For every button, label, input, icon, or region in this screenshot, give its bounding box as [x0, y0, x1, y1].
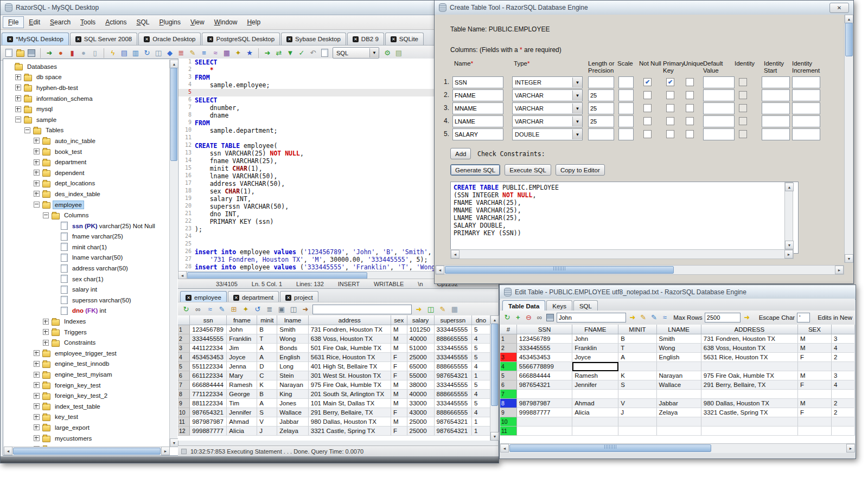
table-row[interactable]: 6661122334MaryCStein301 West St. Houston… [178, 371, 490, 380]
cell[interactable]: 999887777 [516, 408, 572, 417]
tree-hscroll-thumb[interactable] [13, 448, 161, 455]
cell[interactable]: A [257, 353, 277, 362]
disconnect-icon[interactable]: ▮ [67, 48, 77, 58]
tree-expander-icon[interactable] [34, 159, 40, 165]
list-view-icon[interactable]: ▤ [394, 48, 404, 58]
tree-expander-icon[interactable] [43, 340, 49, 346]
cell[interactable]: 333445555 [190, 334, 227, 344]
primary-key-checkbox[interactable] [666, 130, 674, 138]
tree-item-employee[interactable]: employee [4, 199, 170, 210]
tree-item-indexes[interactable]: Indexes [4, 316, 170, 327]
cell[interactable]: 1 [471, 417, 490, 427]
tab-close-icon[interactable]: ✕ [186, 295, 192, 301]
connection-tab-sqlite[interactable]: ✕SQLite [385, 33, 424, 45]
scroll-left-icon[interactable]: ◄ [4, 447, 12, 455]
scroll-right-icon[interactable]: ► [835, 266, 844, 274]
edit-column-header[interactable]: # [500, 325, 516, 334]
table-row[interactable]: 8771122334GeorgeBKing201 South St, Arlin… [178, 390, 490, 399]
default-value-input[interactable] [703, 115, 735, 127]
copy-page-icon[interactable]: ◫ [154, 48, 163, 58]
table-row[interactable]: 11 [500, 427, 855, 436]
connection-tab-sql-server-2008[interactable]: ✕SQL Server 2008 [70, 33, 137, 45]
tree-item-key-test[interactable]: key_test [4, 412, 170, 423]
cell[interactable]: 881122334 [190, 399, 227, 408]
cell[interactable] [516, 427, 572, 436]
cell[interactable] [656, 390, 701, 399]
cell[interactable] [656, 427, 701, 436]
sql-box-horizontal-scrollbar[interactable]: ◄ ► [450, 249, 794, 259]
execute-lightning-icon[interactable]: ϟ [108, 48, 118, 58]
tree-item-employee-trigger-test[interactable]: employee_trigger_test [4, 348, 170, 359]
cell[interactable]: 987654321 [434, 427, 471, 436]
go-arrow-icon[interactable]: ➜ [628, 313, 637, 322]
tree-item-address-varchar-50-[interactable]: address varchar(50) [4, 263, 170, 274]
tree-item-dept-locations[interactable]: dept_locations [4, 178, 170, 189]
cell[interactable]: 4 [471, 390, 490, 399]
connection-profile-icon[interactable]: ● [79, 48, 88, 58]
edit-tab-table-data[interactable]: Table Data [502, 300, 545, 312]
edit-column-header[interactable]: SEX [797, 325, 831, 334]
cell[interactable]: English [277, 353, 308, 362]
cell[interactable]: 33000 [407, 399, 434, 408]
column-type-select[interactable]: VARCHAR▼ [512, 89, 583, 101]
menu-view[interactable]: View [186, 17, 209, 28]
cell[interactable]: 987654321 [190, 408, 227, 417]
cell[interactable]: 888665555 [434, 334, 471, 344]
scroll-up-icon[interactable]: ▲ [845, 15, 853, 23]
cell[interactable] [832, 390, 855, 399]
tab-close-icon[interactable]: ✕ [353, 36, 359, 42]
length-input[interactable] [588, 128, 614, 140]
cell[interactable]: 453453453 [190, 353, 227, 362]
menu-edit[interactable]: Edit [24, 17, 45, 28]
database-tools-icon[interactable]: ◆ [165, 48, 175, 58]
tree-item-constraints[interactable]: Constraints [4, 337, 170, 348]
cell[interactable]: 201 South St, Arlington TX [308, 390, 391, 399]
favorites-icon[interactable]: ★ [245, 48, 254, 58]
tree-item-auto-inc-table[interactable]: auto_inc_table [4, 135, 170, 146]
cell[interactable]: 3 [832, 371, 855, 380]
menu-plugins[interactable]: Plugins [155, 17, 186, 28]
column-type-select[interactable]: INTEGER▼ [512, 76, 583, 88]
tree-expander-icon[interactable] [15, 85, 21, 91]
default-value-input[interactable] [703, 76, 735, 88]
cell[interactable]: 731 Fondren, Houston TX [308, 325, 391, 334]
cell[interactable]: Jabbar [656, 399, 701, 408]
tree-item-engine-test-myisam[interactable]: engine_test_myisam [4, 369, 170, 380]
tree-expander-icon[interactable] [43, 319, 49, 325]
database-info-icon[interactable]: ▯ [90, 48, 100, 58]
execute-sql-button[interactable]: Execute SQL [505, 164, 551, 176]
cell[interactable]: 301 West St. Houston TX [308, 371, 391, 380]
cell[interactable]: Jennifer [227, 408, 257, 417]
cell[interactable]: M [797, 334, 831, 344]
generated-sql-box[interactable]: CREATE TABLE PUBLIC.EMPLOYEE(SSN INTEGER… [450, 182, 799, 254]
cell[interactable]: 5631 Rice, Houston TX [701, 353, 797, 362]
find-in-results-icon[interactable]: ∞ [193, 305, 203, 314]
results-column-header[interactable]: fname [227, 315, 257, 325]
connection-tab-db2-9[interactable]: ✕DB2 9 [347, 33, 384, 45]
sort-filter-icon[interactable]: ≈ [205, 305, 215, 314]
column-name-input[interactable] [452, 89, 503, 101]
tree-item-sample[interactable]: sample [4, 114, 170, 125]
cell[interactable]: Narayan [277, 380, 308, 390]
cell[interactable]: 38000 [407, 380, 434, 390]
not-null-checkbox[interactable] [643, 91, 652, 99]
export-results-icon[interactable]: ➜ [301, 305, 310, 314]
tree-item-engine-test-innodb[interactable]: engine_test_innodb [4, 359, 170, 370]
cell[interactable]: 3321 Castle, Spring TX [308, 427, 391, 436]
cell[interactable]: J [618, 408, 656, 417]
connect-icon[interactable]: ➜ [44, 48, 54, 58]
scroll-down-icon[interactable]: ▼ [170, 438, 178, 447]
tree-item-large-export[interactable]: large_export [4, 422, 170, 433]
scroll-up-icon[interactable]: ▲ [170, 60, 178, 68]
cell[interactable]: Alicia [227, 427, 257, 436]
table-row[interactable]: 3453453453JoyceAEnglish5631 Rice, Housto… [500, 353, 855, 362]
tree-expander-icon[interactable] [34, 170, 40, 176]
cell[interactable]: Wong [277, 334, 308, 344]
execute-sql-icon[interactable]: ➜ [263, 48, 272, 58]
row-number[interactable]: 4 [500, 362, 516, 371]
cell[interactable]: B [618, 334, 656, 344]
cell[interactable] [618, 417, 656, 427]
cell[interactable]: 4 [471, 362, 490, 371]
edit-pencil-blue-icon[interactable]: ✎ [650, 313, 659, 322]
tree-item-mysql[interactable]: mysql [4, 104, 170, 114]
